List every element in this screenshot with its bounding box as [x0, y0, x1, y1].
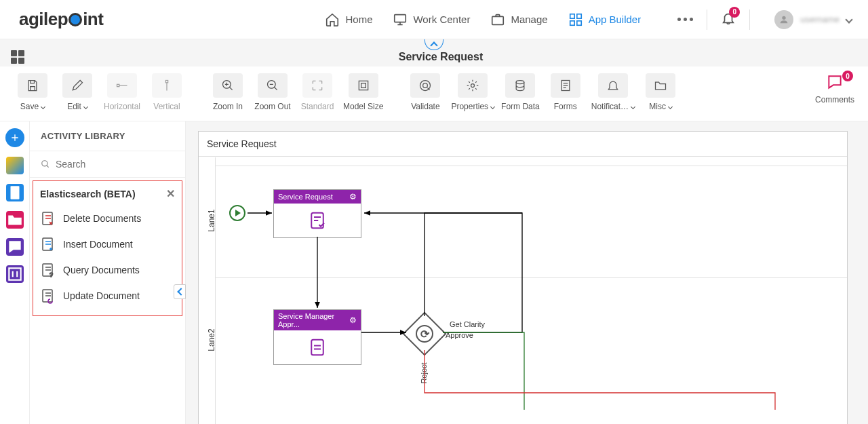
brand-logo: agilep int — [19, 9, 103, 30]
tool-vertical-label: Vertical — [153, 102, 180, 111]
gear-icon[interactable]: ⚙ — [349, 315, 357, 325]
activity-insert-document[interactable]: Insert Document — [39, 231, 176, 257]
chat-icon — [6, 238, 24, 256]
svg-rect-1 — [492, 16, 504, 24]
tool-zoom-out[interactable]: Zoom Out — [254, 73, 292, 111]
chevron-down-icon — [631, 104, 635, 109]
nav-work-center-label: Work Center — [413, 14, 470, 25]
node-service-request[interactable]: Service Request⚙ — [273, 189, 361, 238]
sidebar-item-3[interactable] — [6, 211, 24, 229]
start-event[interactable] — [229, 205, 245, 221]
tool-validate[interactable]: Validate — [406, 73, 444, 111]
sidebar-item-2[interactable] — [6, 184, 24, 201]
chevron-up-icon — [430, 41, 437, 49]
tool-validate-label: Validate — [411, 102, 439, 111]
gear-icon[interactable]: ⚙ — [349, 192, 357, 201]
comments-badge: 0 — [842, 71, 853, 81]
panel-collapse-button[interactable] — [174, 284, 186, 299]
tool-notifications[interactable]: Notificat… — [591, 73, 635, 111]
sidebar-add-button[interactable] — [5, 128, 24, 147]
tool-forms[interactable]: Forms — [547, 73, 585, 111]
svg-point-15 — [471, 84, 475, 88]
form-check-icon — [307, 210, 328, 231]
svg-text:?: ? — [50, 271, 53, 278]
tool-zoom-in[interactable]: Zoom In — [209, 73, 247, 111]
apps-grid-button[interactable] — [11, 50, 24, 64]
svg-rect-8 — [165, 81, 167, 83]
nav-manage-label: Manage — [511, 14, 547, 25]
nav-app-builder[interactable]: App Builder — [568, 12, 642, 27]
brand-pre: agilep — [19, 9, 68, 30]
close-icon[interactable]: ✕ — [166, 187, 175, 200]
bell-icon — [606, 79, 620, 92]
nav-work-center[interactable]: Work Center — [393, 12, 470, 27]
zoom-in-icon — [221, 79, 235, 92]
plus-icon — [9, 132, 20, 143]
svg-rect-27 — [311, 340, 323, 355]
nav-home-label: Home — [345, 14, 372, 25]
svg-point-6 — [783, 16, 786, 19]
folder-icon — [654, 79, 667, 92]
pencil-icon — [71, 79, 84, 92]
user-menu[interactable]: username — [774, 10, 852, 29]
collapse-handle[interactable] — [425, 39, 443, 50]
nav-home[interactable]: Home — [325, 12, 372, 27]
sidebar-item-1[interactable] — [6, 157, 24, 174]
activity-label: Delete Documents — [63, 213, 141, 224]
sidebar-item-5[interactable] — [6, 265, 24, 283]
form-icon — [307, 337, 328, 358]
tool-standard[interactable]: Standard — [298, 73, 336, 111]
brand-dot-icon — [68, 13, 82, 26]
doc-update-icon — [40, 288, 56, 304]
horizontal-icon — [115, 79, 129, 92]
form-icon — [559, 79, 572, 92]
tool-notifications-label: Notificat… — [591, 102, 629, 111]
sidebar-item-4[interactable] — [6, 238, 24, 256]
chevron-down-icon — [83, 104, 88, 109]
tool-properties[interactable]: Properties — [451, 73, 494, 111]
activity-label: Insert Document — [63, 239, 133, 250]
svg-point-20 — [42, 161, 47, 166]
node-service-manager-approval[interactable]: Service Manager Appr...⚙ — [273, 309, 361, 365]
svg-rect-3 — [576, 14, 580, 18]
nav-more-button[interactable] — [677, 18, 693, 21]
tool-horizontal[interactable]: Horizontal — [103, 73, 141, 111]
tool-vertical[interactable]: Vertical — [148, 73, 186, 111]
tool-misc-label: Misc — [649, 102, 666, 111]
process-canvas[interactable]: Service Request Lane1 Lane2 Service Requ… — [198, 131, 848, 424]
search-input[interactable] — [56, 159, 174, 170]
activity-query-documents[interactable]: ?Query Documents — [39, 257, 176, 283]
gateway[interactable]: ⟳ — [402, 311, 446, 355]
tool-model-size-label: Model Size — [343, 102, 383, 111]
svg-point-14 — [423, 83, 428, 88]
activity-update-document[interactable]: Update Document — [39, 283, 176, 309]
svg-rect-7 — [117, 84, 119, 86]
svg-rect-11 — [359, 81, 368, 90]
svg-rect-4 — [570, 20, 574, 24]
tool-misc[interactable]: Misc — [642, 73, 679, 111]
activity-label: Query Documents — [63, 265, 140, 275]
activity-delete-documents[interactable]: Delete Documents — [39, 206, 176, 231]
nav-manage[interactable]: Manage — [490, 12, 547, 27]
briefcase-icon — [490, 12, 505, 27]
tool-save[interactable]: Save — [14, 73, 52, 111]
tool-form-data[interactable]: Form Data — [501, 73, 540, 111]
activity-group: Elasticsearch (BETA) ✕ Delete Documents … — [33, 180, 182, 316]
pause-icon — [6, 265, 24, 283]
gateway-icon: ⟳ — [416, 325, 433, 343]
notifications-button[interactable]: 0 — [721, 11, 736, 28]
avatar-icon — [774, 10, 793, 29]
gateway-approve-label: Approve — [446, 331, 473, 339]
node-title: Service Manager Appr... — [278, 312, 349, 328]
svg-rect-12 — [361, 83, 366, 88]
tool-standard-label: Standard — [301, 102, 334, 111]
tool-edit[interactable]: Edit — [58, 73, 96, 111]
folder-icon — [6, 211, 24, 229]
separator — [749, 9, 750, 30]
separator — [707, 9, 707, 30]
tool-model-size[interactable]: Model Size — [343, 73, 383, 111]
tool-comments[interactable]: 0Comments — [815, 73, 854, 104]
tool-zoom-out-label: Zoom Out — [254, 102, 290, 111]
tool-properties-label: Properties — [451, 102, 488, 111]
notifications-badge: 0 — [729, 7, 740, 18]
